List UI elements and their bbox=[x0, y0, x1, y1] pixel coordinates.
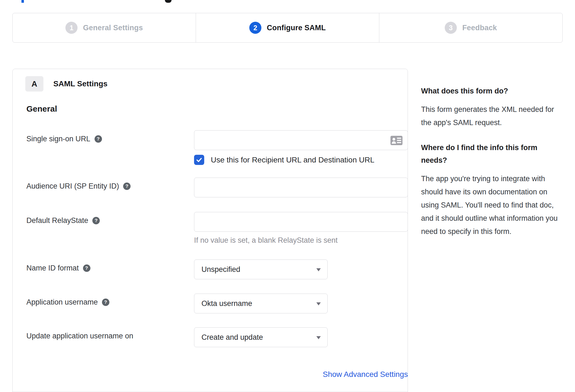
section-divider bbox=[13, 391, 408, 391]
help-sidebar: What does this form do? This form genera… bbox=[421, 85, 565, 238]
panel-header: A SAML Settings bbox=[25, 76, 107, 92]
audience-uri-input[interactable] bbox=[194, 178, 408, 197]
clipped-logo-fragment bbox=[165, 0, 172, 3]
sidebar-question-2: Where do I find the info this form needs… bbox=[421, 141, 565, 167]
general-section-heading: General bbox=[26, 104, 57, 114]
sso-url-input[interactable] bbox=[194, 130, 408, 150]
contact-card-icon[interactable] bbox=[390, 135, 403, 147]
step-number-badge: 1 bbox=[65, 22, 78, 34]
update-username-value: Create and update bbox=[201, 333, 263, 342]
chevron-down-icon bbox=[316, 302, 321, 305]
update-username-label-text: Update application username on bbox=[26, 332, 133, 340]
name-id-format-select[interactable]: Unspecified bbox=[194, 260, 328, 279]
help-icon[interactable]: ? bbox=[95, 135, 102, 143]
sidebar-question-1: What does this form do? bbox=[421, 85, 565, 97]
step-general-settings[interactable]: 1 General Settings bbox=[13, 13, 196, 42]
help-icon[interactable]: ? bbox=[92, 217, 100, 224]
audience-uri-label-text: Audience URI (SP Entity ID) bbox=[26, 182, 119, 191]
application-username-select[interactable]: Okta username bbox=[194, 294, 328, 313]
help-icon[interactable]: ? bbox=[123, 183, 131, 190]
chevron-down-icon bbox=[316, 336, 321, 339]
sso-url-label: Single sign-on URL ? bbox=[26, 135, 102, 143]
chevron-down-icon bbox=[316, 268, 321, 271]
clipped-title-fragment bbox=[21, 0, 24, 3]
audience-uri-label: Audience URI (SP Entity ID) ? bbox=[26, 182, 131, 191]
relay-state-hint: If no value is set, a blank RelayState i… bbox=[194, 236, 408, 245]
application-username-label-text: Application username bbox=[26, 298, 98, 307]
name-id-format-value: Unspecified bbox=[201, 265, 240, 274]
name-id-format-label-text: Name ID format bbox=[26, 264, 79, 272]
application-username-value: Okta username bbox=[201, 299, 252, 308]
recipient-url-checkbox[interactable] bbox=[194, 155, 204, 165]
panel-title: SAML Settings bbox=[53, 79, 107, 88]
step-label: Configure SAML bbox=[267, 24, 326, 32]
section-a-badge: A bbox=[25, 76, 43, 92]
step-label: General Settings bbox=[83, 24, 143, 32]
help-icon[interactable]: ? bbox=[83, 264, 90, 272]
step-configure-saml[interactable]: 2 Configure SAML bbox=[196, 13, 379, 42]
saml-settings-panel: A SAML Settings General Single sign-on U… bbox=[12, 69, 408, 392]
step-number-badge: 3 bbox=[445, 22, 457, 34]
update-username-label: Update application username on bbox=[26, 332, 133, 340]
show-advanced-settings-link[interactable]: Show Advanced Settings bbox=[323, 370, 408, 379]
help-icon[interactable]: ? bbox=[102, 299, 109, 306]
recipient-url-checkbox-label: Use this for Recipient URL and Destinati… bbox=[211, 156, 374, 164]
relay-state-label: Default RelayState ? bbox=[26, 216, 100, 225]
relay-state-label-text: Default RelayState bbox=[26, 216, 88, 225]
wizard-stepper: 1 General Settings 2 Configure SAML 3 Fe… bbox=[12, 13, 563, 43]
step-number-badge: 2 bbox=[249, 22, 261, 34]
name-id-format-label: Name ID format ? bbox=[26, 264, 90, 272]
sidebar-answer-1: This form generates the XML needed for t… bbox=[421, 103, 565, 129]
sidebar-answer-2: The app you're trying to integrate with … bbox=[421, 172, 565, 238]
step-feedback[interactable]: 3 Feedback bbox=[379, 13, 562, 42]
sso-url-label-text: Single sign-on URL bbox=[26, 135, 90, 143]
update-username-select[interactable]: Create and update bbox=[194, 327, 328, 347]
step-label: Feedback bbox=[462, 24, 497, 32]
relay-state-input[interactable] bbox=[194, 212, 408, 232]
application-username-label: Application username ? bbox=[26, 298, 109, 307]
